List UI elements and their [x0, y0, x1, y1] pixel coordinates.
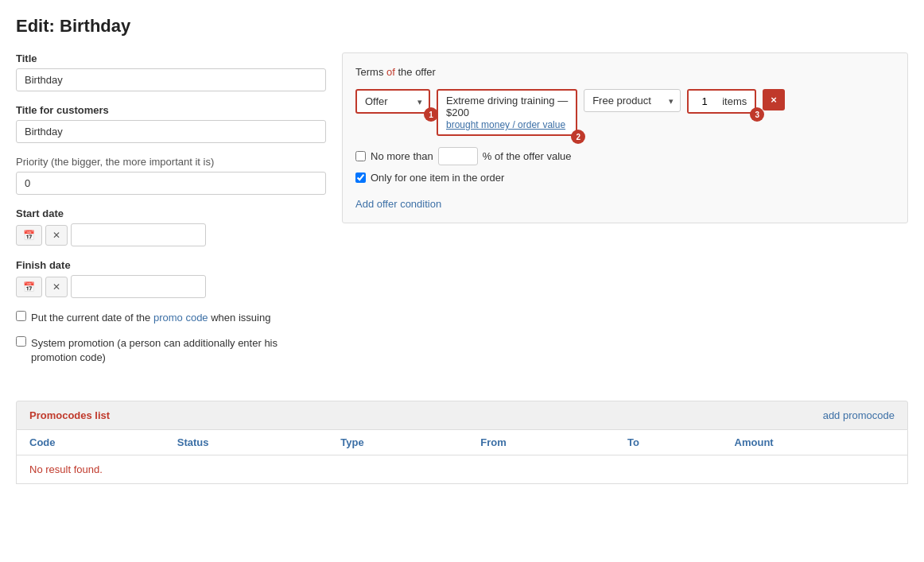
finish-date-label: Finish date — [16, 259, 326, 271]
items-wrap-outer: items 3 — [687, 89, 756, 114]
free-product-select[interactable]: Free product — [584, 90, 680, 111]
of-label: of — [386, 66, 395, 78]
title-field-group: Title — [16, 52, 326, 91]
no-more-than-row: No more than % of the offer value — [355, 147, 895, 165]
offer-product-box: Extreme driving training — $200 brought … — [437, 89, 577, 136]
terms-title: Terms of the offer — [355, 66, 895, 78]
offer-select-outer: Offer — [355, 89, 430, 114]
col-to: To — [615, 430, 721, 455]
priority-input[interactable] — [16, 172, 326, 195]
items-box: items — [687, 89, 756, 114]
offer-dropdown-wrap: Offer 1 — [355, 89, 430, 114]
no-more-than-checkbox[interactable] — [355, 151, 366, 161]
table-row: No result found. — [17, 455, 908, 483]
promo-section: Promocodes list add promocode Code Statu… — [16, 401, 908, 484]
start-date-input[interactable] — [71, 223, 206, 246]
promo-date-checkbox[interactable] — [16, 311, 26, 321]
offer-options: No more than % of the offer value Only f… — [355, 147, 895, 184]
only-one-item-label: Only for one item in the order — [371, 172, 504, 184]
page-title: Edit: Birthday — [16, 16, 908, 37]
promo-title: Promocodes list — [29, 409, 110, 421]
col-from: From — [468, 430, 615, 455]
col-amount: Amount — [722, 430, 908, 455]
priority-label: Priority (the bigger, the more important… — [16, 156, 326, 168]
col-status: Status — [165, 430, 328, 455]
no-more-than-label: No more than — [371, 150, 433, 162]
col-code: Code — [17, 430, 165, 455]
priority-sub: (the bigger, the more important it is) — [51, 156, 214, 168]
offer-product-wrap: Extreme driving training — $200 brought … — [437, 89, 577, 136]
add-condition-link[interactable]: Add offer condition — [355, 198, 441, 210]
finish-date-field-group: Finish date 📅 ✕ — [16, 259, 326, 298]
badge-3: 3 — [750, 107, 764, 122]
col-type: Type — [328, 430, 468, 455]
items-label: items — [720, 91, 755, 112]
priority-field-group: Priority (the bigger, the more important… — [16, 156, 326, 195]
promo-header: Promocodes list add promocode — [16, 401, 908, 430]
offer-row: Offer 1 Extreme driving training — $200 … — [355, 89, 895, 136]
system-promo-checkbox[interactable] — [16, 336, 26, 347]
no-result: No result found. — [17, 455, 908, 483]
only-one-item-row: Only for one item in the order — [355, 172, 895, 184]
title-customers-field-group: Title for customers — [16, 104, 326, 143]
finish-date-clear-button[interactable]: ✕ — [45, 277, 68, 297]
title-label: Title — [16, 52, 326, 64]
start-date-label: Start date — [16, 207, 326, 219]
checkbox1-group: Put the current date of the promo code w… — [16, 311, 326, 325]
percent-input[interactable] — [438, 147, 478, 165]
title-input[interactable] — [16, 68, 326, 91]
title-customers-label: Title for customers — [16, 104, 326, 116]
product-price: $200 — [446, 107, 568, 118]
add-promocode-link[interactable]: add promocode — [823, 409, 895, 421]
title-customers-input[interactable] — [16, 120, 326, 143]
start-date-field-group: Start date 📅 ✕ — [16, 207, 326, 246]
percent-label: % of the offer value — [483, 150, 572, 162]
offer-select[interactable]: Offer — [357, 91, 429, 112]
product-name: Extreme driving training — — [446, 95, 568, 107]
items-input[interactable] — [689, 91, 720, 112]
badge-2: 2 — [571, 130, 585, 144]
start-date-calendar-button[interactable]: 📅 — [16, 225, 42, 246]
finish-date-calendar-button[interactable]: 📅 — [16, 277, 42, 297]
finish-date-input[interactable] — [71, 275, 206, 298]
only-one-item-checkbox[interactable] — [355, 172, 366, 183]
checkbox1-label: Put the current date of the promo code w… — [31, 311, 270, 325]
table-header-row: Code Status Type From To Amount — [17, 430, 908, 455]
delete-button[interactable]: × — [763, 89, 785, 110]
start-date-clear-button[interactable]: ✕ — [45, 225, 68, 246]
checkbox2-label: System promotion (a person can additiona… — [31, 336, 326, 365]
promo-table: Code Status Type From To Amount No resul… — [16, 430, 908, 484]
free-product-wrap: Free product — [584, 89, 681, 112]
checkbox2-group: System promotion (a person can additiona… — [16, 336, 326, 365]
terms-box: Terms of the offer Offer 1 E — [342, 52, 908, 223]
product-link[interactable]: brought money / order value — [446, 119, 565, 130]
